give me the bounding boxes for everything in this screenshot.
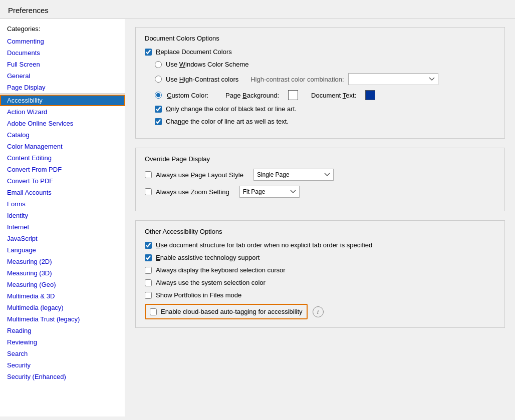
sidebar-item-action-wizard[interactable]: Action Wizard (0, 106, 125, 118)
high-contrast-select[interactable] (348, 73, 438, 85)
page-layout-label[interactable]: Always use Page Layout Style (156, 171, 243, 179)
sidebar-item-measuring-2d[interactable]: Measuring (2D) (0, 256, 125, 267)
cloud-tagging-row: Enable cloud-based auto-tagging for acce… (145, 304, 308, 319)
portfolios-label[interactable]: Show Portfolios in Files mode (156, 291, 241, 299)
zoom-select[interactable]: Fit Page Fit Width Fit Height Actual Siz… (239, 186, 300, 198)
other-accessibility-section: Other Accessibility Options Use document… (135, 220, 505, 328)
info-icon-text: i (317, 308, 319, 316)
cloud-tagging-checkbox[interactable] (150, 308, 157, 315)
custom-color-radio[interactable] (155, 92, 162, 99)
tab-order-label[interactable]: Use document structure for tab order whe… (156, 241, 372, 249)
custom-color-label[interactable]: Custom Color: (167, 92, 208, 99)
portfolios-checkbox[interactable] (145, 292, 152, 299)
sidebar: Categories: Commenting Documents Full Sc… (0, 19, 125, 416)
only-black-label[interactable]: Only change the color of black text or l… (166, 105, 297, 113)
sidebar-item-search[interactable]: Search (0, 348, 125, 359)
sidebar-item-accessibility[interactable]: Accessibility (0, 95, 125, 106)
change-line-art-checkbox[interactable] (155, 118, 162, 125)
page-layout-row: Always use Page Layout Style Single Page… (145, 169, 495, 181)
only-black-checkbox[interactable] (155, 106, 162, 113)
system-color-row: Always use the system selection color (145, 279, 495, 286)
keyboard-cursor-row: Always display the keyboard selection cu… (145, 266, 495, 274)
sidebar-item-general[interactable]: General (0, 70, 125, 82)
sidebar-item-multimedia-trust-legacy[interactable]: Multimedia Trust (legacy) (0, 313, 125, 325)
replace-colors-row: Replace Document Colors (145, 48, 495, 56)
title-bar: Preferences (0, 0, 515, 19)
change-line-art-row: Change the color of line art as well as … (155, 118, 495, 125)
sidebar-item-multimedia-legacy[interactable]: Multimedia (legacy) (0, 302, 125, 313)
sidebar-item-identity[interactable]: Identity (0, 210, 125, 221)
zoom-setting-label[interactable]: Always use Zoom Setting (156, 188, 229, 196)
custom-color-row: Custom Color: Page Background: Document … (155, 90, 495, 100)
sidebar-item-convert-to-pdf[interactable]: Convert To PDF (0, 175, 125, 187)
high-contrast-dropdown-label: High-contrast color combination: (250, 76, 344, 83)
system-color-checkbox[interactable] (145, 279, 152, 286)
sidebar-item-full-screen[interactable]: Full Screen (0, 59, 125, 70)
content-area: Document Colors Options Replace Document… (125, 19, 515, 416)
page-background-label: Page Background: (225, 92, 279, 99)
sidebar-item-convert-from-pdf[interactable]: Convert From PDF (0, 164, 125, 175)
other-accessibility-title: Other Accessibility Options (145, 228, 495, 235)
high-contrast-row: Use High-Contrast colors High-contrast c… (155, 73, 495, 85)
sidebar-item-security-enhanced[interactable]: Security (Enhanced) (0, 371, 125, 382)
assistive-tech-row: Enable assistive technology support (145, 254, 495, 261)
sidebar-item-language[interactable]: Language (0, 244, 125, 256)
document-text-swatch[interactable] (365, 90, 375, 100)
sidebar-item-email-accounts[interactable]: Email Accounts (0, 187, 125, 198)
sidebar-item-security[interactable]: Security (0, 359, 125, 371)
sidebar-item-measuring-3d[interactable]: Measuring (3D) (0, 267, 125, 279)
sidebar-item-measuring-geo[interactable]: Measuring (Geo) (0, 279, 125, 290)
change-line-art-label[interactable]: Change the color of line art as well as … (166, 118, 289, 125)
document-colors-section: Document Colors Options Replace Document… (135, 27, 505, 139)
document-colors-title: Document Colors Options (145, 35, 495, 42)
sidebar-item-content-editing[interactable]: Content Editing (0, 152, 125, 164)
override-page-display-section: Override Page Display Always use Page La… (135, 148, 505, 211)
sidebar-item-commenting[interactable]: Commenting (0, 36, 125, 47)
only-black-row: Only change the color of black text or l… (155, 105, 495, 113)
keyboard-cursor-label[interactable]: Always display the keyboard selection cu… (156, 266, 286, 274)
sidebar-item-internet[interactable]: Internet (0, 221, 125, 233)
use-high-contrast-radio[interactable] (155, 76, 162, 83)
cloud-tagging-info-icon[interactable]: i (313, 306, 324, 317)
sidebar-top-group: Commenting Documents Full Screen General… (0, 36, 125, 94)
assistive-tech-label[interactable]: Enable assistive technology support (156, 254, 260, 261)
cloud-tagging-label[interactable]: Enable cloud-based auto-tagging for acce… (161, 308, 303, 315)
page-background-swatch[interactable] (288, 90, 298, 100)
replace-colors-checkbox[interactable] (145, 49, 152, 56)
document-text-label: Document Text: (311, 92, 356, 99)
tab-order-checkbox[interactable] (145, 242, 152, 249)
sidebar-item-forms[interactable]: Forms (0, 198, 125, 210)
use-high-contrast-label[interactable]: Use High-Contrast colors (166, 76, 238, 83)
replace-colors-label[interactable]: Replace Document Colors (156, 48, 232, 56)
sidebar-item-reviewing[interactable]: Reviewing (0, 336, 125, 348)
categories-label: Categories: (0, 19, 125, 36)
sidebar-item-catalog[interactable]: Catalog (0, 129, 125, 141)
cloud-tagging-container: Enable cloud-based auto-tagging for acce… (145, 304, 495, 319)
page-layout-checkbox[interactable] (145, 171, 152, 178)
use-windows-row: Use Windows Color Scheme (155, 61, 495, 68)
system-color-label[interactable]: Always use the system selection color (156, 279, 266, 286)
zoom-setting-row: Always use Zoom Setting Fit Page Fit Wid… (145, 186, 495, 198)
sidebar-item-documents[interactable]: Documents (0, 47, 125, 59)
zoom-setting-checkbox[interactable] (145, 188, 152, 195)
use-windows-label[interactable]: Use Windows Color Scheme (166, 61, 248, 68)
sidebar-item-color-management[interactable]: Color Management (0, 141, 125, 152)
sidebar-item-multimedia-3d[interactable]: Multimedia & 3D (0, 290, 125, 302)
window-title: Preferences (8, 6, 49, 15)
sidebar-item-adobe-online-services[interactable]: Adobe Online Services (0, 118, 125, 129)
page-layout-select[interactable]: Single Page Two-Up Continuous Two-Up Con… (253, 169, 334, 181)
keyboard-cursor-checkbox[interactable] (145, 267, 152, 274)
tab-order-row: Use document structure for tab order whe… (145, 241, 495, 249)
sidebar-item-javascript[interactable]: JavaScript (0, 233, 125, 244)
portfolios-row: Show Portfolios in Files mode (145, 291, 495, 299)
use-windows-radio[interactable] (155, 61, 162, 68)
sidebar-item-page-display[interactable]: Page Display (0, 82, 125, 93)
override-page-display-title: Override Page Display (145, 155, 495, 163)
sidebar-item-reading[interactable]: Reading (0, 325, 125, 336)
sidebar-list: Commenting Documents Full Screen General… (0, 36, 125, 416)
assistive-tech-checkbox[interactable] (145, 254, 152, 261)
